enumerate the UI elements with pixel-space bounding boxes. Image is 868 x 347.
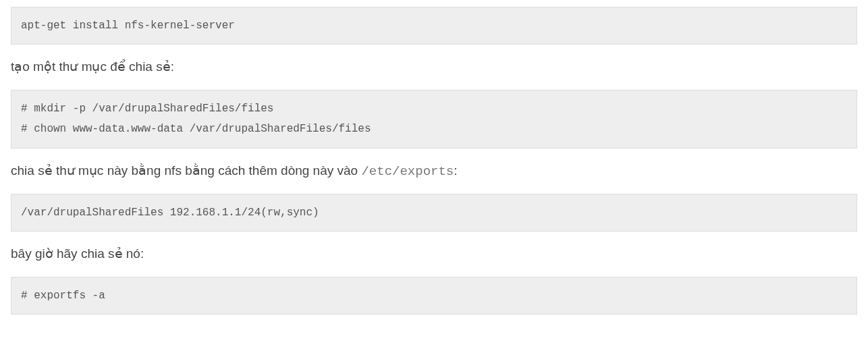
code-block-exportfs: # exportfs -a [11, 277, 857, 315]
code-block-mkdir: # mkdir -p /var/drupalSharedFiles/files … [11, 90, 857, 149]
paragraph-share-dir: chia sẻ thư mục này bằng nfs bằng cách t… [11, 161, 857, 182]
paragraph-share-suffix: : [454, 163, 457, 178]
code-block-install: apt-get install nfs-kernel-server [11, 7, 857, 45]
inline-code-exports: /etc/exports [361, 164, 454, 179]
paragraph-now-share: bây giờ hãy chia sẻ nó: [11, 244, 857, 264]
paragraph-share-prefix: chia sẻ thư mục này bằng nfs bằng cách t… [11, 163, 361, 178]
paragraph-create-dir: tạo một thư mục để chia sẻ: [11, 57, 857, 77]
code-block-exports: /var/drupalSharedFiles 192.168.1.1/24(rw… [11, 194, 857, 232]
